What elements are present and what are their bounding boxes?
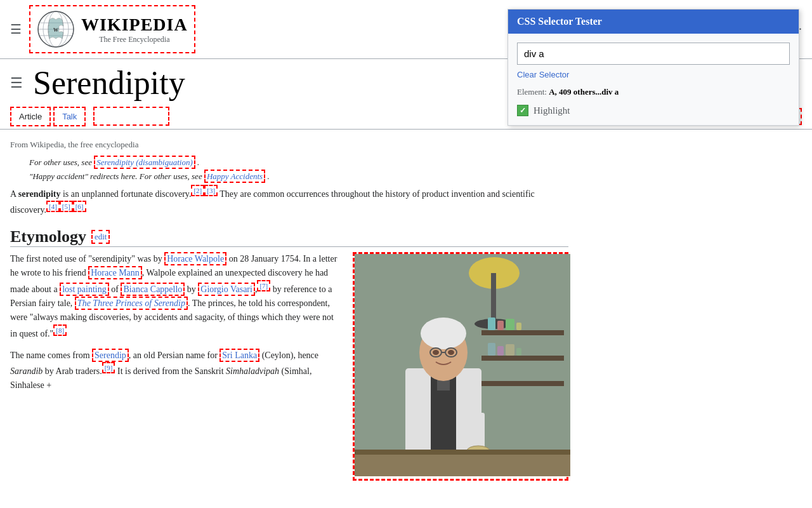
happy-accidents-link[interactable]: Happy Accidents [204, 170, 265, 183]
ref-4[interactable]: [4] [46, 201, 60, 212]
wiki-logo[interactable]: W WIKIPEDIA The Free Encyclopedia [29, 5, 195, 53]
highlight-label: Highlight [534, 105, 570, 116]
svg-rect-21 [497, 346, 504, 356]
hatnote-1: For other uses, see Serendipity (disambi… [10, 157, 568, 168]
wiki-subtitle: The Free Encyclopedia [81, 35, 188, 44]
article-paragraph-1: A serendipity is an unplanned fortunate … [10, 185, 568, 217]
sri-lanka-link[interactable]: Sri Lanka [219, 349, 259, 362]
serendip-link[interactable]: Serendip [92, 349, 129, 362]
read-tab-area [93, 107, 169, 126]
infobox-image [353, 252, 568, 481]
panel-body: Clear Selector Element: A, 409 others...… [508, 34, 799, 125]
clear-selector-button[interactable]: Clear Selector [517, 70, 569, 79]
element-label: Element: [517, 87, 547, 97]
svg-rect-14 [481, 356, 564, 361]
ref-8[interactable]: [8] [53, 324, 67, 336]
svg-rect-19 [516, 323, 521, 330]
svg-rect-17 [497, 321, 504, 330]
svg-rect-38 [355, 450, 570, 455]
wiki-title: WIKIPEDIA [81, 15, 188, 35]
svg-rect-16 [488, 318, 495, 330]
svg-rect-20 [488, 343, 495, 356]
element-info: Element: A, 409 others...div a [517, 87, 790, 97]
svg-rect-34 [472, 413, 485, 451]
main-content: From Wikipedia, the free encyclopedia Fo… [0, 130, 812, 491]
contents-icon[interactable]: ☰ [10, 75, 23, 91]
bianca-cappello-link[interactable]: Bianca Cappello [121, 283, 185, 296]
svg-point-30 [448, 350, 454, 355]
tab-article[interactable]: Article [10, 107, 51, 126]
panel-title: CSS Selector Tester [517, 16, 602, 27]
ref-6[interactable]: [6] [73, 201, 86, 212]
svg-rect-18 [506, 319, 514, 330]
three-princes-link[interactable]: The Three Princes of Serendip [75, 297, 188, 310]
panel-header: CSS Selector Tester [508, 10, 799, 34]
wiki-wordmark: WIKIPEDIA The Free Encyclopedia [81, 15, 188, 44]
page-title: Serendipity [33, 64, 185, 102]
svg-rect-15 [481, 381, 564, 386]
horace-mann-link[interactable]: Horace Mann [88, 266, 142, 279]
svg-point-28 [421, 318, 466, 349]
highlight-row: Highlight [517, 105, 790, 116]
horace-walpole-link[interactable]: Horace Walpole [164, 252, 226, 265]
highlight-checkbox[interactable] [517, 105, 528, 116]
css-selector-input[interactable] [517, 43, 790, 65]
ref-2[interactable]: [2] [191, 185, 204, 196]
lost-painting-link[interactable]: lost painting [60, 283, 109, 296]
serendipity-disambig-link[interactable]: Serendipity (disambiguation) [94, 156, 195, 169]
from-wiki-text: From Wikipedia, the free encyclopedia [10, 140, 568, 150]
svg-rect-23 [516, 348, 521, 356]
article-tabs: Article Talk [10, 107, 169, 126]
giorgio-vasari-link[interactable]: Giorgio Vasari [198, 283, 255, 296]
ref-5[interactable]: [5] [60, 201, 73, 212]
css-tester-panel: CSS Selector Tester Clear Selector Eleme… [508, 9, 799, 126]
ref-7[interactable]: [7] [257, 280, 270, 291]
svg-rect-13 [481, 330, 564, 335]
etymology-heading: Etymology edit [10, 227, 568, 247]
ref-3[interactable]: [3] [204, 185, 218, 196]
top-bar-left: ☰ W WIKIPEDIA The Free Encyclopedia [10, 5, 195, 53]
article-image [355, 254, 570, 476]
wikipedia-globe-icon: W [37, 10, 75, 48]
svg-rect-11 [491, 273, 496, 324]
hamburger-icon[interactable]: ☰ [10, 22, 22, 37]
svg-point-29 [433, 350, 439, 355]
tab-talk[interactable]: Talk [53, 107, 86, 126]
element-value: A, 409 others...div a [549, 87, 619, 97]
svg-rect-22 [506, 344, 514, 356]
hatnote-2: "Happy accident" redirects here. For oth… [10, 171, 568, 182]
article-body: From Wikipedia, the free encyclopedia Fo… [10, 140, 568, 481]
svg-text:W: W [53, 27, 58, 33]
ref-9[interactable]: [9] [102, 362, 115, 373]
etymology-edit-link[interactable]: edit [91, 230, 110, 244]
